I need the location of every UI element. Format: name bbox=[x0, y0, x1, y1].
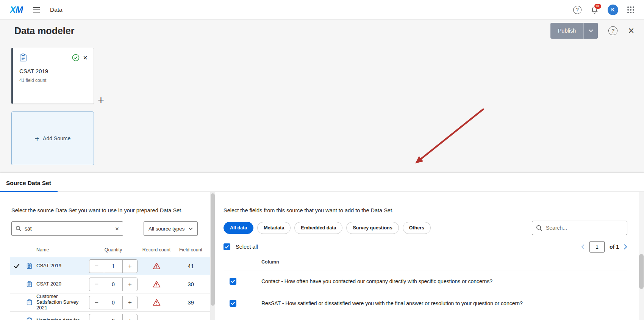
field-row[interactable]: Contact - How often have you contacted o… bbox=[224, 270, 627, 292]
add-join-plus-icon[interactable]: + bbox=[98, 95, 104, 106]
remove-source-icon[interactable]: × bbox=[83, 54, 88, 61]
panel-tab-bar: Source Data Set bbox=[0, 173, 644, 192]
red-annotation-arrow bbox=[0, 42, 644, 173]
page-title: Data modeler bbox=[14, 25, 74, 36]
clear-search-icon[interactable]: × bbox=[115, 226, 119, 232]
table-row[interactable]: CSAT 2020 − 0 + 30 bbox=[10, 275, 210, 293]
filter-survey-questions[interactable]: Survey questions bbox=[346, 222, 399, 234]
source-table: Name Quantity Record count Field count C… bbox=[10, 243, 210, 320]
field-row[interactable]: ResSAT - How satisfied or dissatisfied w… bbox=[224, 292, 627, 314]
table-row[interactable]: Customer Satisfaction Survey 2021 − 0 + … bbox=[10, 293, 210, 312]
page-number-input[interactable] bbox=[589, 241, 605, 253]
field-count-value: 41 bbox=[171, 263, 210, 269]
help-icon[interactable]: ? bbox=[573, 6, 581, 14]
chevron-down-icon bbox=[589, 29, 593, 32]
decrease-button[interactable]: − bbox=[89, 278, 104, 291]
previous-page-icon[interactable] bbox=[581, 244, 585, 249]
quantity-stepper[interactable]: − 0 + bbox=[89, 278, 138, 291]
quantity-value: 1 bbox=[104, 260, 123, 273]
document-icon bbox=[27, 263, 32, 269]
filter-all-data[interactable]: All data bbox=[224, 222, 253, 234]
topbar-right: ? 9+ K bbox=[573, 5, 634, 15]
source-type-dropdown[interactable]: All source types bbox=[144, 221, 198, 236]
increase-button[interactable]: + bbox=[123, 260, 137, 273]
source-table-header: Name Quantity Record count Field count bbox=[10, 243, 210, 257]
filter-others[interactable]: Others bbox=[403, 222, 431, 234]
increase-button[interactable]: + bbox=[123, 296, 137, 309]
data-model-canvas: × CSAT 2019 41 field count + + Add Sourc… bbox=[0, 42, 644, 173]
filter-embedded-data[interactable]: Embedded data bbox=[294, 222, 342, 234]
header-actions: Publish ? × bbox=[550, 23, 634, 39]
publish-dropdown-toggle[interactable] bbox=[583, 23, 598, 39]
field-checkbox[interactable] bbox=[230, 278, 236, 285]
column-header-name: Name bbox=[35, 248, 85, 253]
warning-icon bbox=[153, 299, 161, 306]
status-ok-icon bbox=[72, 54, 80, 61]
decrease-button[interactable]: − bbox=[89, 314, 104, 320]
panel-scrollbar[interactable] bbox=[639, 192, 644, 320]
tab-source-data-set[interactable]: Source Data Set bbox=[6, 180, 51, 187]
document-icon bbox=[27, 317, 32, 320]
column-header-quantity: Quantity bbox=[85, 248, 142, 253]
field-label: Contact - How often have you contacted o… bbox=[261, 278, 492, 284]
source-type-label: All source types bbox=[148, 226, 184, 232]
check-icon bbox=[231, 279, 235, 283]
field-filter-pills: All data Metadata Embedded data Survey q… bbox=[224, 222, 431, 234]
xm-logo[interactable]: XM bbox=[10, 5, 23, 15]
source-name: CSAT 2019 bbox=[35, 263, 85, 269]
source-selection-pane: Select the source Data Set you want to u… bbox=[0, 192, 215, 320]
hamburger-menu-icon[interactable] bbox=[33, 7, 40, 13]
column-header-field-count: Field count bbox=[171, 248, 210, 253]
app-title: Data bbox=[50, 6, 63, 13]
left-pane-scrollbar[interactable] bbox=[210, 192, 215, 320]
pagination: of 1 bbox=[581, 241, 627, 253]
field-selection-pane: Select the fields from this source that … bbox=[215, 192, 644, 320]
column-header-record-count: Record count bbox=[142, 248, 171, 253]
quantity-stepper[interactable]: − 0 + bbox=[89, 296, 138, 309]
quantity-value: 0 bbox=[104, 296, 123, 309]
quantity-stepper[interactable]: − 0 + bbox=[89, 314, 138, 320]
check-icon bbox=[231, 301, 235, 305]
document-icon bbox=[27, 299, 32, 306]
quantity-value: 0 bbox=[104, 278, 123, 291]
field-search-input[interactable] bbox=[546, 225, 623, 231]
increase-button[interactable]: + bbox=[123, 278, 137, 291]
quantity-stepper[interactable]: − 1 + bbox=[89, 259, 138, 273]
scrollbar-thumb[interactable] bbox=[211, 193, 215, 306]
notifications-button[interactable]: 9+ bbox=[591, 6, 599, 14]
decrease-button[interactable]: − bbox=[89, 296, 104, 309]
page-total-label: of 1 bbox=[610, 244, 619, 250]
warning-icon bbox=[153, 281, 161, 288]
select-all-checkbox[interactable] bbox=[224, 243, 230, 250]
field-label: ResSAT - How satisfied or dissatisfied w… bbox=[261, 300, 523, 306]
close-icon[interactable]: × bbox=[628, 26, 634, 36]
source-data-set-panel: Source Data Set Select the source Data S… bbox=[0, 173, 644, 320]
field-checkbox[interactable] bbox=[230, 300, 236, 307]
table-row[interactable]: CSAT 2019 − 1 + 41 bbox=[10, 257, 210, 275]
column-header: Column bbox=[224, 259, 627, 270]
table-row[interactable]: Nomination data for − 0 + bbox=[10, 312, 210, 320]
right-instruction: Select the fields from this source that … bbox=[224, 207, 627, 214]
document-icon bbox=[27, 281, 32, 287]
source-card-csat-2019[interactable]: × CSAT 2019 41 field count bbox=[11, 48, 94, 104]
chevron-down-icon bbox=[189, 227, 193, 230]
notification-badge: 9+ bbox=[594, 3, 602, 9]
page-header: Data modeler Publish ? × bbox=[0, 20, 644, 42]
next-page-icon[interactable] bbox=[624, 244, 627, 249]
apps-grid-icon[interactable] bbox=[627, 6, 634, 13]
plus-icon: + bbox=[35, 135, 39, 143]
increase-button[interactable]: + bbox=[123, 314, 137, 320]
source-name: Nomination data for bbox=[35, 318, 85, 320]
field-count-value: 39 bbox=[171, 299, 210, 306]
source-search-input[interactable] bbox=[25, 226, 112, 232]
avatar[interactable]: K bbox=[608, 5, 618, 15]
scrollbar-thumb[interactable] bbox=[639, 254, 644, 289]
left-instruction: Select the source Data Set you want to u… bbox=[0, 207, 215, 214]
help-icon[interactable]: ? bbox=[608, 26, 617, 35]
check-icon bbox=[225, 245, 229, 249]
add-source-button[interactable]: + Add Source bbox=[11, 111, 94, 165]
decrease-button[interactable]: − bbox=[89, 260, 104, 273]
selected-check-icon bbox=[14, 264, 20, 268]
publish-button[interactable]: Publish bbox=[550, 23, 598, 39]
filter-metadata[interactable]: Metadata bbox=[257, 222, 291, 234]
